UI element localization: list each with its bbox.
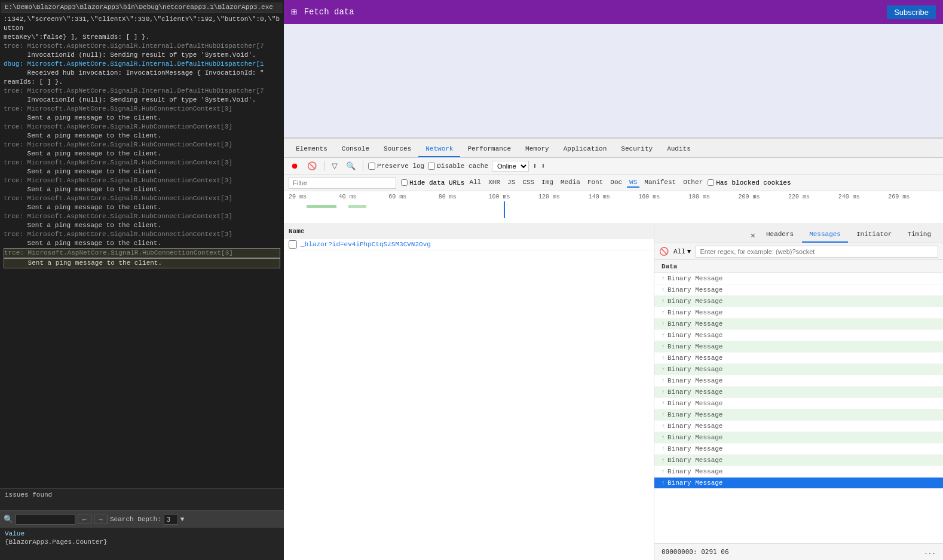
search-depth-input[interactable]: [164, 514, 178, 525]
msg-row[interactable]: ↑ Binary Message: [654, 273, 943, 284]
toolbar-separator-2: [363, 161, 363, 171]
filter-tab-manifest[interactable]: Manifest: [642, 178, 678, 188]
terminal-line: Received hub invocation: InvocationMessa…: [4, 69, 280, 78]
tab-sources[interactable]: Sources: [376, 142, 418, 157]
close-detail-button[interactable]: ✕: [748, 228, 758, 243]
terminal-line: trce: Microsoft.AspNetCore.SignalR.HubCo…: [4, 194, 280, 203]
msg-text: Binary Message: [668, 457, 722, 464]
tab-network[interactable]: Network: [418, 142, 460, 157]
msg-arrow-icon: ↑: [662, 378, 665, 384]
subscribe-button[interactable]: Subscribe: [887, 5, 936, 19]
messages-filter-icon: 🚫: [659, 247, 669, 256]
tab-memory[interactable]: Memory: [518, 142, 556, 157]
websocket-row[interactable]: _blazor?id=ev4iPhpCtqSzSM3CVN2Ovg: [284, 238, 654, 250]
msg-text: Binary Message: [668, 298, 722, 305]
msg-arrow-icon: ↑: [662, 457, 665, 464]
browser-top: ⊞ Fetch data Subscribe: [284, 0, 943, 137]
timeline-cursor: [504, 201, 505, 218]
upload-icon[interactable]: ⬆: [532, 161, 537, 171]
search-input[interactable]: [16, 514, 75, 525]
preserve-log-checkbox[interactable]: [368, 163, 375, 170]
filter-tab-xhr[interactable]: XHR: [486, 178, 503, 188]
msg-text: Binary Message: [668, 479, 722, 486]
msg-row[interactable]: ↑ Binary Message: [654, 466, 943, 478]
detail-tab-initiator[interactable]: Initiator: [849, 227, 899, 243]
preserve-log-label: Preserve log: [368, 163, 424, 170]
msg-row-selected[interactable]: ↑ Binary Message: [654, 478, 943, 489]
msg-row[interactable]: ↑ Binary Message: [654, 319, 943, 330]
detail-tab-messages[interactable]: Messages: [802, 227, 848, 243]
msg-row[interactable]: ↑ Binary Message: [654, 387, 943, 398]
hide-data-urls-label: Hide data URLs: [401, 178, 464, 188]
tab-application[interactable]: Application: [556, 142, 614, 157]
blocked-cookies-label: Has blocked cookies: [708, 178, 791, 188]
timeline-label: 160 ms: [638, 194, 688, 200]
msg-row[interactable]: ↑ Binary Message: [654, 409, 943, 421]
timeline-label: 140 ms: [589, 194, 639, 200]
detail-tabs: ✕ Headers Messages Initiator Timing: [654, 224, 943, 243]
search-button[interactable]: 🔍: [344, 160, 358, 172]
blocked-cookies-checkbox[interactable]: [708, 179, 714, 186]
msg-text: Binary Message: [668, 309, 722, 316]
filter-tab-media[interactable]: Media: [558, 178, 583, 188]
terminal-line: dbug: Microsoft.AspNetCore.SignalR.Inter…: [4, 60, 280, 69]
messages-regex-input[interactable]: [696, 246, 938, 258]
msg-row[interactable]: ↑ Binary Message: [654, 353, 943, 364]
disable-cache-checkbox[interactable]: [428, 163, 435, 170]
filter-tab-js[interactable]: JS: [505, 178, 518, 188]
filter-tab-all[interactable]: All: [467, 178, 483, 188]
timeline-label: 100 ms: [488, 194, 538, 200]
msg-row[interactable]: ↑ Binary Message: [654, 375, 943, 387]
msg-row[interactable]: ↑ Binary Message: [654, 443, 943, 455]
tab-security[interactable]: Security: [614, 142, 660, 157]
dropdown-chevron: ▼: [687, 248, 691, 255]
hide-data-urls-checkbox[interactable]: [401, 179, 408, 186]
hex-data: 00000000: 0291 06: [662, 548, 729, 556]
detail-tab-headers[interactable]: Headers: [759, 227, 801, 243]
stop-button[interactable]: 🚫: [305, 160, 319, 172]
record-button[interactable]: ⏺: [289, 160, 301, 172]
msg-text: Binary Message: [668, 445, 722, 452]
row-checkbox[interactable]: [289, 240, 297, 249]
timeline-label: 40 ms: [339, 194, 389, 200]
disable-cache-text: Disable cache: [437, 163, 488, 170]
msg-row[interactable]: ↑ Binary Message: [654, 330, 943, 341]
tab-performance[interactable]: Performance: [460, 142, 518, 157]
filter-tab-ws[interactable]: WS: [627, 178, 639, 188]
msg-row[interactable]: ↑ Binary Message: [654, 284, 943, 296]
filter-button[interactable]: ▽: [329, 160, 340, 172]
msg-row[interactable]: ↑ Binary Message: [654, 421, 943, 432]
messages-all-dropdown[interactable]: All ▼: [673, 248, 691, 255]
forward-button[interactable]: →: [94, 515, 108, 524]
msg-row[interactable]: ↑ Binary Message: [654, 296, 943, 307]
tab-audits[interactable]: Audits: [660, 142, 698, 157]
download-icon[interactable]: ⬇: [541, 161, 546, 171]
msg-row[interactable]: ↑ Binary Message: [654, 432, 943, 443]
msg-row[interactable]: ↑ Binary Message: [654, 341, 943, 353]
terminal-line: trce: Microsoft.AspNetCore.SignalR.Inter…: [4, 42, 280, 51]
msg-text: Binary Message: [668, 388, 722, 396]
value-content: {BlazorApp3.Pages.Counter}: [5, 538, 279, 546]
msg-row[interactable]: ↑ Binary Message: [654, 455, 943, 466]
filter-tab-img[interactable]: Img: [539, 178, 556, 188]
msg-arrow-icon: ↑: [662, 469, 665, 475]
msg-row[interactable]: ↑ Binary Message: [654, 398, 943, 409]
detail-tab-timing[interactable]: Timing: [900, 227, 938, 243]
msg-text: Binary Message: [668, 411, 722, 418]
search-bar[interactable]: 🔍 ← → Search Depth: ▼: [0, 510, 284, 527]
msg-text: Binary Message: [668, 320, 722, 328]
tab-console[interactable]: Console: [335, 142, 376, 157]
filter-tab-doc[interactable]: Doc: [608, 178, 624, 188]
filter-input[interactable]: [289, 177, 396, 189]
terminal-line: InvocationId (null): Sending result of t…: [4, 96, 280, 105]
filter-tab-other[interactable]: Other: [681, 178, 705, 188]
issues-status: issues found: [0, 489, 284, 501]
filter-tab-css[interactable]: CSS: [520, 178, 537, 188]
msg-row[interactable]: ↑ Binary Message: [654, 307, 943, 319]
messages-all-label: All: [673, 248, 685, 255]
back-button[interactable]: ←: [78, 515, 91, 524]
tab-elements[interactable]: Elements: [289, 142, 335, 157]
online-selector[interactable]: Online: [492, 161, 529, 172]
filter-tab-font[interactable]: Font: [585, 178, 605, 188]
msg-row[interactable]: ↑ Binary Message: [654, 364, 943, 375]
